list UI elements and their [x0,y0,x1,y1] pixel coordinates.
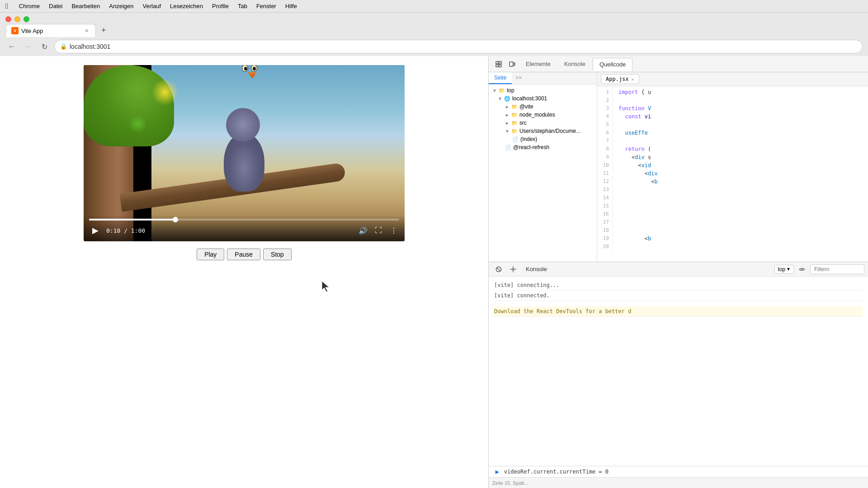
browser-chrome: V Vite App ✕ + ← → ↻ 🔒 localhost:3001 [0,13,868,56]
source-code-header: App.jsx ✕ [597,72,868,86]
tab-quellcode[interactable]: Quellcode [593,58,633,71]
bird-pupil-right [253,67,256,70]
browser-content: ▶ 0:18 / 1:00 🔊 ⛶ ⋮ Play Pause Stop [0,56,868,488]
menu-anzeigen[interactable]: Anzeigen [109,3,133,9]
console-msg-3-text: Download the React DevTools for a better… [494,308,631,314]
menu-lesezeichen[interactable]: Lesezeichen [170,3,203,9]
devtools-inspect-button[interactable] [492,58,505,70]
menu-datei[interactable]: Datei [49,3,62,9]
tree-item-react-refresh[interactable]: 📄 @react-refresh [489,143,597,151]
reload-button[interactable]: ↻ [38,40,51,53]
tree-item-top[interactable]: ▼ 📁 top [489,86,597,94]
console-top-select[interactable]: top ▼ [774,265,794,274]
tree-arrow-node-modules: ► [505,113,509,117]
tree-arrow-top: ▼ [492,88,497,93]
tree-label-index: (Index) [520,136,537,142]
console-content: [vite] connecting... [vite] connected. D… [489,277,868,466]
tree-item-localhost[interactable]: ▼ 🌐 localhost:3001 [489,94,597,103]
source-file-close[interactable]: ✕ [632,77,634,82]
devtools-main: Seite >> ▼ 📁 top ▼ 🌐 [489,72,868,477]
sources-panel: Seite >> ▼ 📁 top ▼ 🌐 [489,72,868,262]
tree-label-vite: @vite [519,103,533,110]
tree-item-vite[interactable]: ► 📁 @vite [489,103,597,111]
console-msg-1-text: [vite] connecting... [494,282,560,288]
svg-rect-1 [499,61,501,64]
svg-rect-3 [499,65,501,67]
svg-line-7 [497,268,500,271]
console-prompt-arrow-icon: ► [494,468,500,475]
video-fullscreen-button[interactable]: ⛶ [373,225,384,236]
folder-icon: 📁 [499,88,505,94]
devtools-device-button[interactable] [506,58,519,70]
console-msg-2: [vite] connected. [494,291,863,301]
tree-label-localhost: localhost:3001 [512,95,547,102]
browser-tab[interactable]: V Vite App ✕ [5,24,96,37]
console-msg-3: Download the React DevTools for a better… [494,306,863,317]
console-msg-1: [vite] connecting... [494,280,863,291]
tab-konsole[interactable]: Konsole [558,58,592,70]
video-total-time: 1:00 [131,227,145,234]
tab-elemente[interactable]: Elemente [519,58,557,70]
menu-hilfe[interactable]: Hilfe [285,3,297,9]
menu-tab[interactable]: Tab [238,3,247,9]
fullscreen-button[interactable] [24,16,29,22]
svg-point-8 [512,268,514,270]
source-lines: 12345 678910 1112131415 1617181920 impor… [597,86,868,253]
tree-label-top: top [507,87,514,94]
url-display: localhost:3001 [70,43,110,50]
new-tab-button[interactable]: + [98,24,110,37]
tree-arrow-vite: ► [505,104,509,109]
tree-item-users[interactable]: ▼ 📁 Users/stephan/Docume... [489,127,597,135]
tree-item-src[interactable]: ► 📁 src [489,119,597,127]
svg-rect-2 [496,65,498,67]
apple-menu[interactable]:  [5,2,8,10]
menu-fenster[interactable]: Fenster [256,3,276,9]
menu-bearbeiten[interactable]: Bearbeiten [71,3,100,9]
video-more-button[interactable]: ⋮ [388,225,399,236]
video-progress-fill [89,219,176,221]
sources-tab-more[interactable]: >> [512,72,525,84]
tree-arrow-localhost: ▼ [498,96,502,101]
console-spacer [494,301,863,306]
menu-chrome[interactable]: Chrome [19,3,40,9]
folder-icon-src: 📁 [511,120,518,126]
tree-item-node-modules[interactable]: ► 📁 node_modules [489,111,597,119]
forward-button[interactable]: → [22,40,34,53]
chevron-down-icon: ▼ [786,267,791,272]
video-play-overlay-button[interactable]: ▶ [89,224,102,237]
source-file-tab[interactable]: App.jsx ✕ [601,74,639,84]
video-mute-button[interactable]: 🔊 [358,225,368,236]
console-panel: Konsole top ▼ [489,262,868,477]
bottom-bar-text: Zeile 15, Spalt... [492,480,528,486]
bird-head [226,108,260,142]
svg-rect-4 [509,62,513,66]
menu-profile[interactable]: Profile [212,3,229,9]
stop-button[interactable]: Stop [263,249,292,260]
console-settings-button[interactable] [507,263,519,276]
video-progress-bar[interactable] [89,219,399,221]
video-controls-overlay: ▶ 0:18 / 1:00 🔊 ⛶ ⋮ [84,215,405,241]
back-button[interactable]: ← [5,40,18,53]
svg-rect-0 [496,61,498,64]
tree-item-index[interactable]: 📄 (Index) [489,135,597,143]
console-clear-button[interactable] [492,263,505,276]
devtools-tabs: Elemente Konsole Quellcode [489,56,868,72]
file-tree: ▼ 📁 top ▼ 🌐 localhost:3001 ► [489,84,597,153]
svg-point-9 [801,268,803,270]
sources-tab-seite[interactable]: Seite [489,72,512,84]
tab-close-button[interactable]: ✕ [83,27,90,34]
close-button[interactable] [5,16,11,22]
console-prompt-text[interactable]: videoRef.current.currentTime = 0 [504,469,609,475]
address-bar[interactable]: 🔒 localhost:3001 [54,40,863,53]
play-button[interactable]: Play [197,249,224,260]
video-controls-row: ▶ 0:18 / 1:00 🔊 ⛶ ⋮ [89,224,399,237]
video-bokeh-2 [129,115,147,133]
console-eye-button[interactable] [796,263,808,276]
minimize-button[interactable] [14,16,20,22]
console-msg-2-text: [vite] connected. [494,292,550,299]
pause-button[interactable]: Pause [227,249,260,260]
code-content: import { u function V const vi useEffe r… [613,86,663,253]
devtools-bottom-bar: Zeile 15, Spalt... [489,477,868,488]
menu-verlauf[interactable]: Verlauf [143,3,161,9]
console-filter-input[interactable] [810,264,864,274]
